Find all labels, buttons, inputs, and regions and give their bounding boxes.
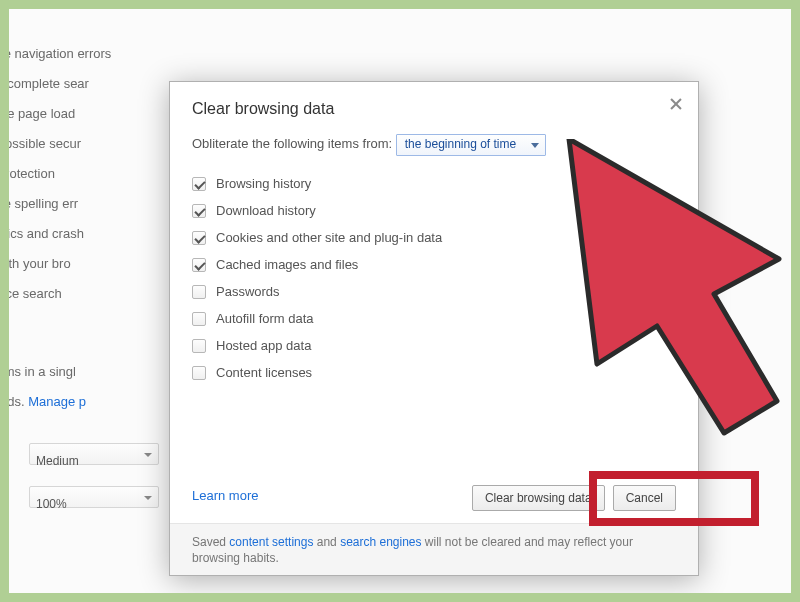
dialog-button-row: Clear browsing data Cancel: [472, 485, 676, 511]
checkbox-icon[interactable]: [192, 204, 206, 218]
clear-browsing-data-dialog: Clear browsing data Obliterate the follo…: [169, 81, 699, 576]
clear-browsing-data-button[interactable]: Clear browsing data: [472, 485, 605, 511]
checkbox-row-cookies[interactable]: Cookies and other site and plug-in data: [192, 224, 676, 251]
checkbox-icon[interactable]: [192, 312, 206, 326]
checkbox-row-hosted-app[interactable]: Hosted app data: [192, 332, 676, 359]
checkbox-row-autofill[interactable]: Autofill form data: [192, 305, 676, 332]
dialog-title: Clear browsing data: [170, 82, 698, 128]
checkbox-icon[interactable]: [192, 285, 206, 299]
checkbox-row-passwords[interactable]: Passwords: [192, 278, 676, 305]
checkbox-icon[interactable]: [192, 231, 206, 245]
checkbox-list: Browsing history Download history Cookie…: [170, 170, 698, 386]
checkbox-row-browsing-history[interactable]: Browsing history: [192, 170, 676, 197]
learn-more-link[interactable]: Learn more: [192, 488, 258, 503]
checkbox-icon[interactable]: [192, 177, 206, 191]
checkbox-label: Browsing history: [216, 176, 311, 191]
bg-line: ce to help resolve navigation errors: [9, 39, 269, 69]
checkbox-row-cached[interactable]: Cached images and files: [192, 251, 676, 278]
footer-text: and: [313, 535, 340, 549]
content-settings-link[interactable]: content settings: [229, 535, 313, 549]
checkbox-label: Cached images and files: [216, 257, 358, 272]
checkbox-row-content-licenses[interactable]: Content licenses: [192, 359, 676, 386]
checkbox-icon[interactable]: [192, 339, 206, 353]
font-size-dropdown[interactable]: Medium: [29, 443, 159, 465]
checkbox-icon[interactable]: [192, 366, 206, 380]
obliterate-label: Obliterate the following items from:: [192, 136, 392, 151]
page-zoom-dropdown[interactable]: 100%: [29, 486, 159, 508]
checkbox-label: Download history: [216, 203, 316, 218]
manage-passwords-link[interactable]: Manage p: [28, 394, 86, 409]
checkbox-label: Hosted app data: [216, 338, 311, 353]
checkbox-label: Autofill form data: [216, 311, 314, 326]
cancel-button[interactable]: Cancel: [613, 485, 676, 511]
checkbox-label: Passwords: [216, 284, 280, 299]
close-icon[interactable]: [668, 96, 684, 112]
search-engines-link[interactable]: search engines: [340, 535, 421, 549]
obliterate-row: Obliterate the following items from: the…: [170, 128, 698, 170]
checkbox-label: Content licenses: [216, 365, 312, 380]
bg-text: our web passwords.: [9, 394, 28, 409]
time-range-select[interactable]: the beginning of time: [396, 134, 546, 156]
settings-page: ce to help resolve navigation errors n s…: [9, 9, 791, 593]
checkbox-label: Cookies and other site and plug-in data: [216, 230, 442, 245]
checkbox-row-download-history[interactable]: Download history: [192, 197, 676, 224]
footer-text: Saved: [192, 535, 229, 549]
dialog-footer: Saved content settings and search engine…: [170, 523, 698, 575]
checkbox-icon[interactable]: [192, 258, 206, 272]
